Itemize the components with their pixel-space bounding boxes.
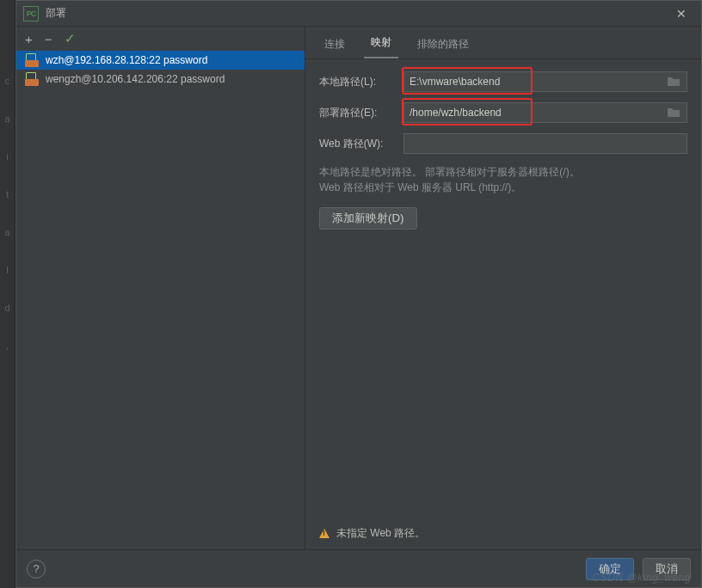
- cancel-button[interactable]: 取消: [643, 558, 691, 580]
- deploy-path-label: 部署路径(E):: [319, 106, 395, 120]
- titlebar: PC 部署 ✕: [16, 1, 701, 27]
- server-label: wengzh@10.206.142.206:22 password: [46, 73, 225, 85]
- tab-mapping[interactable]: 映射: [364, 30, 398, 58]
- editor-gutter: caitaId,: [0, 0, 15, 588]
- local-path-row: 本地路径(L):: [319, 71, 687, 92]
- warning-text: 未指定 Web 路径。: [336, 526, 425, 541]
- close-icon[interactable]: ✕: [668, 1, 694, 27]
- pycharm-icon: PC: [23, 6, 39, 21]
- ok-button[interactable]: 确定: [586, 558, 634, 580]
- server-label: wzh@192.168.28.128:22 password: [46, 54, 207, 66]
- browse-folder-icon[interactable]: [667, 106, 684, 122]
- local-path-label: 本地路径(L):: [319, 75, 395, 89]
- server-toolbar: + − ✓: [16, 27, 305, 51]
- server-item[interactable]: wzh@192.168.28.128:22 password: [16, 51, 305, 70]
- sftp-icon: [25, 72, 39, 86]
- sftp-icon: [25, 53, 39, 67]
- remove-server-button[interactable]: −: [45, 32, 52, 46]
- web-path-row: Web 路径(W):: [319, 133, 687, 154]
- web-path-label: Web 路径(W):: [319, 137, 395, 151]
- server-item[interactable]: wengzh@10.206.142.206:22 password: [16, 70, 305, 89]
- window-title: 部署: [46, 6, 66, 21]
- server-list: wzh@192.168.28.128:22 password wengzh@10…: [16, 51, 305, 549]
- add-server-button[interactable]: +: [25, 32, 33, 46]
- tab-connection[interactable]: 连接: [317, 32, 352, 58]
- browse-folder-icon[interactable]: [667, 75, 684, 91]
- web-path-input[interactable]: [403, 133, 687, 154]
- deploy-path-row: 部署路径(E):: [319, 102, 687, 123]
- warning-bar: 未指定 Web 路径。: [305, 516, 701, 549]
- help-button[interactable]: ?: [27, 560, 46, 579]
- hint-text: 本地路径是绝对路径。 部署路径相对于服务器根路径(/)。 Web 路径相对于 W…: [319, 164, 687, 195]
- tab-excluded[interactable]: 排除的路径: [410, 32, 476, 58]
- deployment-dialog: PC 部署 ✕ + − ✓ wzh@192.168.28.128:22 pass…: [15, 0, 702, 588]
- deploy-path-input[interactable]: [403, 102, 687, 123]
- confirm-server-button[interactable]: ✓: [65, 31, 76, 46]
- add-mapping-button[interactable]: 添加新映射(D): [319, 207, 417, 230]
- tab-bar: 连接 映射 排除的路径: [305, 27, 701, 59]
- settings-panel: 连接 映射 排除的路径 本地路径(L): 部署路径(E):: [305, 27, 701, 549]
- warning-icon: [319, 529, 329, 538]
- local-path-input[interactable]: [403, 71, 687, 92]
- dialog-footer: ? 确定 取消 CSDN @king_weng: [16, 549, 701, 587]
- server-panel: + − ✓ wzh@192.168.28.128:22 password wen…: [16, 27, 305, 549]
